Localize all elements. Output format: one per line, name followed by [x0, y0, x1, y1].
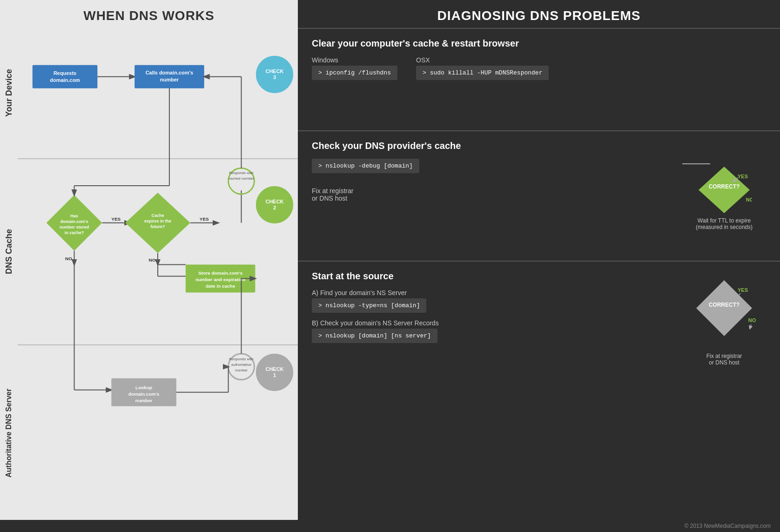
svg-text:Responds with: Responds with [229, 171, 253, 175]
section1-b-label: B) Check your domain's NS Server Records [312, 319, 668, 327]
svg-text:number: number [135, 398, 153, 403]
svg-text:NO: NO [746, 197, 752, 202]
footer-text: © 2013 NewMediaCampaigns.com [684, 523, 771, 529]
check-1-circle: CHECK1 [256, 354, 293, 391]
svg-text:CORRECT?: CORRECT? [709, 183, 740, 190]
svg-text:Calls domain.com's: Calls domain.com's [146, 70, 193, 75]
svg-text:number and expiration: number and expiration [195, 277, 245, 282]
windows-label: Windows [312, 56, 397, 64]
svg-text:Responds with: Responds with [229, 357, 253, 361]
section1-a-cmd: > nslookup -type=ns [domain] [312, 298, 426, 313]
windows-cmd: > ipconfig /flushdns [312, 66, 397, 80]
flow-svg: Requests domain.com Calls domain.com's n… [18, 28, 298, 520]
svg-text:YES: YES [738, 287, 748, 293]
flow-area: Requests domain.com Calls domain.com's n… [18, 28, 298, 520]
svg-text:domain.com's: domain.com's [61, 219, 88, 224]
right-panel: DIAGNOSING DNS PROBLEMS Clear your compu… [298, 0, 780, 520]
svg-text:number stored: number stored [60, 225, 89, 229]
svg-text:Cache: Cache [152, 213, 164, 218]
label-cache: DNS Cache [0, 158, 18, 344]
svg-text:Lookup: Lookup [135, 385, 152, 390]
footer: © 2013 NewMediaCampaigns.com [0, 520, 780, 532]
osx-label: OSX [416, 56, 549, 64]
svg-text:YES: YES [738, 174, 748, 179]
windows-col: Windows > ipconfig /flushdns [312, 56, 397, 84]
svg-text:YES: YES [111, 216, 121, 222]
svg-text:NO: NO [149, 257, 156, 263]
os-grid: Windows > ipconfig /flushdns OSX > sudo … [312, 56, 766, 84]
check-3-circle: CHECK3 [256, 56, 293, 93]
label-auth: Authoritative DNS Server [0, 344, 18, 521]
svg-text:NO: NO [65, 256, 72, 261]
section1-fix: Fix at registraror DNS host [706, 353, 742, 366]
svg-text:NO: NO [748, 317, 756, 323]
section2-title: Check your DNS provider's cache [312, 141, 766, 151]
correct-diamond-1: CORRECT? YES NO [692, 276, 757, 350]
left-panel: WHEN DNS WORKS Your Device DNS Cache Aut… [0, 0, 298, 520]
svg-text:number: number [160, 77, 179, 82]
svg-text:date in cache: date in cache [206, 283, 235, 289]
section1-title: Start at the source [312, 271, 668, 282]
main-container: WHEN DNS WORKS Your Device DNS Cache Aut… [0, 0, 780, 520]
left-content: Your Device DNS Cache Authoritative DNS … [0, 28, 298, 520]
section1-a-label: A) Find your domain's NS Server [312, 289, 668, 296]
svg-text:Requests: Requests [54, 70, 76, 76]
svg-line-65 [750, 324, 751, 329]
svg-text:domain.com: domain.com [50, 77, 80, 83]
check-2-circle: CHECK2 [256, 186, 293, 223]
osx-col: OSX > sudo killall -HUP mDNSResponder [416, 56, 549, 84]
svg-text:number: number [235, 368, 248, 372]
label-device: Your Device [0, 28, 18, 158]
svg-text:expires in the: expires in the [144, 219, 171, 223]
svg-text:cached number: cached number [229, 176, 254, 181]
section-clear-cache: Clear your computer's cache & restart br… [298, 28, 780, 130]
svg-text:Has: Has [70, 214, 78, 218]
svg-text:authoritative: authoritative [231, 363, 252, 367]
section-source: Start at the source A) Find your domain'… [298, 261, 780, 520]
section2-cmd: > nslookup -debug [domain] [312, 159, 419, 173]
correct-diamond-2: CORRECT? YES NO [696, 164, 752, 215]
left-title: WHEN DNS WORKS [0, 0, 298, 28]
section1-b-cmd: > nslookup [domain] [ns server] [312, 329, 437, 343]
wait-ttl-label: Wait for TTL to expire(measured in secon… [696, 217, 753, 230]
svg-text:Store domain.com's: Store domain.com's [198, 270, 242, 276]
svg-text:YES: YES [200, 216, 209, 222]
section-dns-cache: Check your DNS provider's cache > nslook… [298, 130, 780, 261]
svg-text:CORRECT?: CORRECT? [709, 302, 740, 308]
osx-cmd: > sudo killall -HUP mDNSResponder [416, 66, 549, 80]
svg-text:future?: future? [151, 224, 165, 229]
right-title: DIAGNOSING DNS PROBLEMS [298, 0, 780, 28]
svg-text:domain.com's: domain.com's [128, 391, 160, 397]
section3-title: Clear your computer's cache & restart br… [312, 38, 766, 49]
section2-fix: Fix at registraror DNS host [312, 180, 668, 202]
svg-text:in cache?: in cache? [65, 230, 84, 235]
